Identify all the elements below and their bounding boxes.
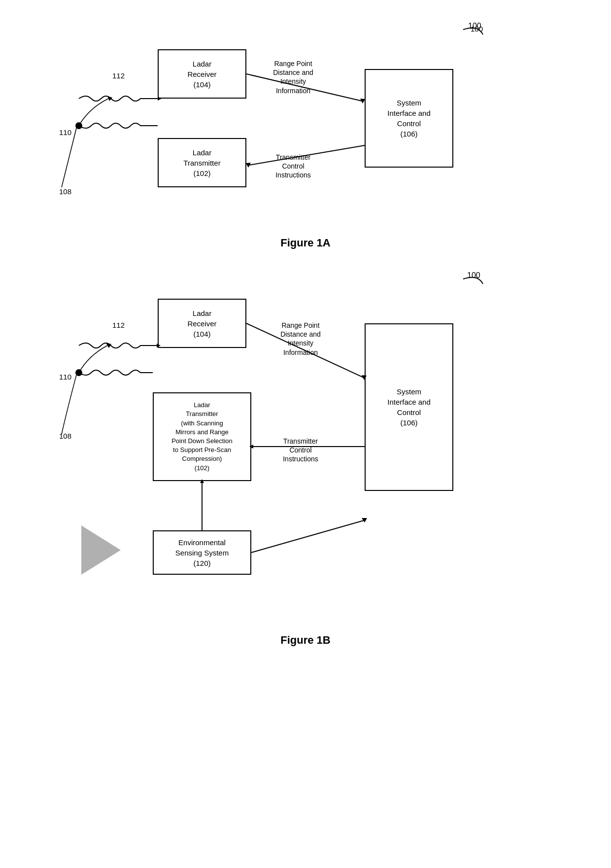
ref-100-a: 100 [471, 25, 483, 33]
ladar-transmitter-label-1a: LadarTransmitter(102) [183, 147, 220, 178]
diagram-1b: LadarReceiver(104) LadarTransmitter(with… [30, 269, 581, 624]
range-point-label-1b: Range PointDistance andIntensityInformat… [266, 321, 335, 357]
system-interface-box-1b: SystemInterface andControl(106) [365, 323, 453, 491]
diagram-1a-svg: 100 [30, 20, 581, 227]
transmitter-control-label-1b: TransmitterControlInstructions [266, 437, 335, 464]
ladar-receiver-box-1a: LadarReceiver(104) [158, 49, 246, 99]
system-interface-label-1b: SystemInterface andControl(106) [387, 386, 431, 428]
figure-1a-label: Figure 1A [30, 237, 581, 249]
svg-line-18 [251, 521, 364, 553]
ladar-receiver-label-1a: LadarReceiver(104) [187, 59, 216, 90]
system-interface-label-1a: SystemInterface andControl(106) [387, 98, 431, 139]
system-interface-box-1a: SystemInterface andControl(106) [365, 69, 453, 168]
svg-marker-11 [106, 343, 111, 348]
ref-108-b: 108 [59, 432, 71, 440]
svg-marker-3 [107, 96, 112, 101]
figure-1a: 100 LadarReceiver(104) LadarTransmitter(… [30, 20, 581, 249]
range-point-label-1a: Range PointDistance andIntensityInformat… [259, 59, 328, 95]
ladar-receiver-box-1b: LadarReceiver(104) [158, 299, 246, 348]
ladar-transmitter-box-1a: LadarTransmitter(102) [158, 138, 246, 187]
ref-108-a: 108 [59, 187, 71, 196]
ladar-transmitter-box-1b: LadarTransmitter(with ScanningMirrors an… [153, 392, 251, 481]
svg-point-2 [75, 122, 82, 129]
sensor-triangle-icon [81, 525, 121, 575]
transmitter-control-label-1a: TransmitterControlInstructions [259, 153, 328, 180]
svg-marker-7 [246, 163, 251, 168]
ladar-receiver-label-1b: LadarReceiver(104) [187, 308, 216, 339]
env-sensing-box-1b: EnvironmentalSensing System(120) [153, 530, 251, 575]
svg-text:100: 100 [467, 271, 480, 279]
page-container: 100 LadarReceiver(104) LadarTransmitter(… [0, 0, 611, 868]
figure-1b-label: Figure 1B [30, 634, 581, 647]
ref-112-a: 112 [112, 71, 125, 80]
ref-112-b: 112 [112, 321, 125, 329]
figure-1b: LadarReceiver(104) LadarTransmitter(with… [30, 269, 581, 647]
ref-110-a: 110 [59, 128, 71, 137]
svg-point-10 [75, 369, 82, 376]
diagram-1a: 100 LadarReceiver(104) LadarTransmitter(… [30, 20, 581, 227]
env-sensing-label-1b: EnvironmentalSensing System(120) [175, 537, 229, 568]
svg-marker-19 [362, 518, 367, 522]
ladar-transmitter-label-1b: LadarTransmitter(with ScanningMirrors an… [171, 401, 233, 473]
ref-110-b: 110 [59, 373, 71, 381]
